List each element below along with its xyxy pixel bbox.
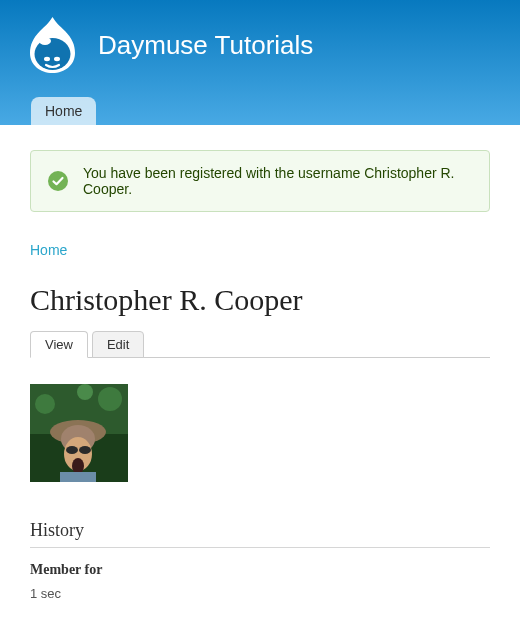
user-avatar [30, 384, 128, 482]
site-header: Daymuse Tutorials Home [0, 0, 520, 125]
member-for-label: Member for [30, 562, 490, 578]
svg-point-13 [66, 446, 78, 454]
status-message: You have been registered with the userna… [30, 150, 490, 212]
main-content: You have been registered with the userna… [0, 125, 520, 617]
tab-view[interactable]: View [30, 331, 88, 358]
tab-edit[interactable]: Edit [92, 331, 144, 358]
svg-point-15 [72, 458, 84, 474]
svg-point-9 [77, 384, 93, 400]
svg-point-2 [44, 57, 50, 61]
breadcrumb: Home [30, 242, 490, 258]
status-message-text: You have been registered with the userna… [83, 165, 473, 197]
member-for-value: 1 sec [30, 586, 490, 601]
svg-point-3 [54, 57, 60, 61]
site-name: Daymuse Tutorials [98, 30, 313, 61]
svg-rect-16 [60, 472, 96, 482]
svg-point-14 [79, 446, 91, 454]
nav-home[interactable]: Home [31, 97, 96, 125]
svg-point-4 [48, 171, 68, 191]
history-heading: History [30, 520, 490, 548]
page-title: Christopher R. Cooper [30, 283, 490, 317]
success-check-icon [47, 170, 69, 192]
primary-nav: Home [25, 97, 520, 125]
svg-point-8 [98, 387, 122, 411]
svg-point-1 [39, 37, 51, 45]
local-tabs: View Edit [30, 331, 490, 358]
svg-point-7 [35, 394, 55, 414]
breadcrumb-home-link[interactable]: Home [30, 242, 67, 258]
drupal-logo-icon [25, 15, 80, 75]
header-top: Daymuse Tutorials [25, 15, 520, 97]
